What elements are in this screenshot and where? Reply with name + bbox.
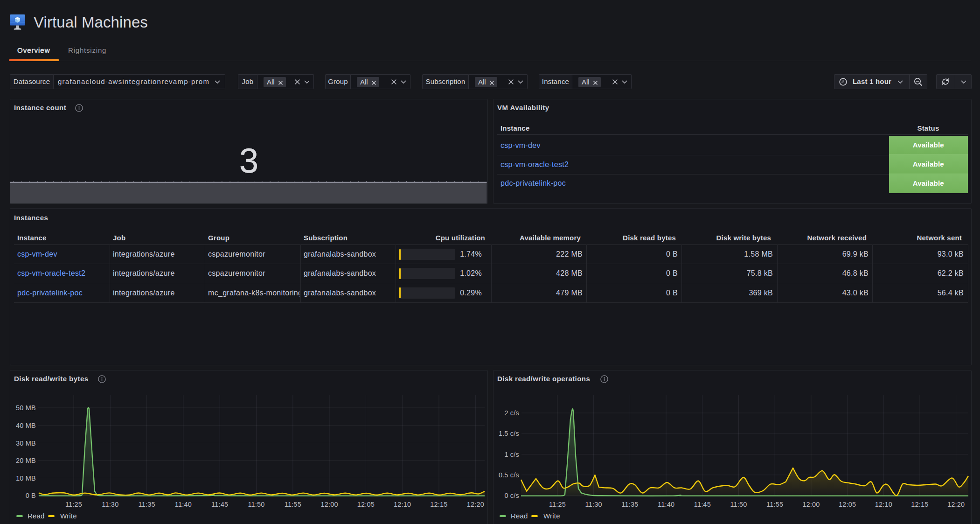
svg-text:12:10: 12:10 (394, 501, 411, 508)
svg-text:12:20: 12:20 (947, 501, 965, 508)
svg-text:12:10: 12:10 (875, 501, 892, 508)
svg-text:1 c/s: 1 c/s (504, 451, 519, 458)
svg-text:11:30: 11:30 (102, 501, 118, 508)
svg-text:11:30: 11:30 (585, 501, 602, 508)
svg-text:12:15: 12:15 (430, 501, 447, 508)
svg-text:11:25: 11:25 (549, 501, 566, 508)
svg-text:50 MB: 50 MB (16, 404, 36, 412)
svg-text:11:55: 11:55 (766, 501, 783, 508)
svg-text:11:35: 11:35 (621, 501, 638, 508)
svg-text:11:40: 11:40 (658, 501, 674, 508)
svg-text:12:05: 12:05 (839, 501, 856, 508)
svg-text:11:35: 11:35 (138, 501, 155, 508)
svg-text:11:40: 11:40 (175, 501, 192, 508)
svg-text:2 c/s: 2 c/s (504, 409, 519, 417)
svg-text:40 MB: 40 MB (16, 422, 36, 429)
svg-text:12:20: 12:20 (467, 501, 484, 508)
svg-text:20 MB: 20 MB (16, 457, 36, 464)
svg-text:11:50: 11:50 (730, 501, 747, 508)
svg-text:30 MB: 30 MB (16, 440, 36, 447)
svg-text:1.5 c/s: 1.5 c/s (499, 430, 519, 437)
svg-text:11:25: 11:25 (65, 501, 82, 508)
svg-text:Write: Write (543, 512, 560, 520)
svg-text:12:00: 12:00 (802, 501, 820, 508)
svg-text:11:45: 11:45 (211, 501, 228, 508)
svg-text:Read: Read (511, 512, 528, 520)
svg-text:0 c/s: 0 c/s (504, 492, 519, 499)
svg-text:12:00: 12:00 (320, 501, 338, 508)
svg-text:12:05: 12:05 (357, 501, 375, 508)
svg-text:12:15: 12:15 (911, 501, 928, 508)
svg-text:10 MB: 10 MB (16, 475, 36, 482)
svg-text:Write: Write (60, 512, 77, 520)
svg-text:0 B: 0 B (26, 492, 36, 499)
svg-text:11:50: 11:50 (248, 501, 264, 508)
svg-text:11:55: 11:55 (285, 501, 301, 508)
svg-text:11:45: 11:45 (694, 501, 711, 508)
svg-text:0.5 c/s: 0.5 c/s (499, 471, 519, 479)
svg-text:Read: Read (28, 512, 45, 520)
